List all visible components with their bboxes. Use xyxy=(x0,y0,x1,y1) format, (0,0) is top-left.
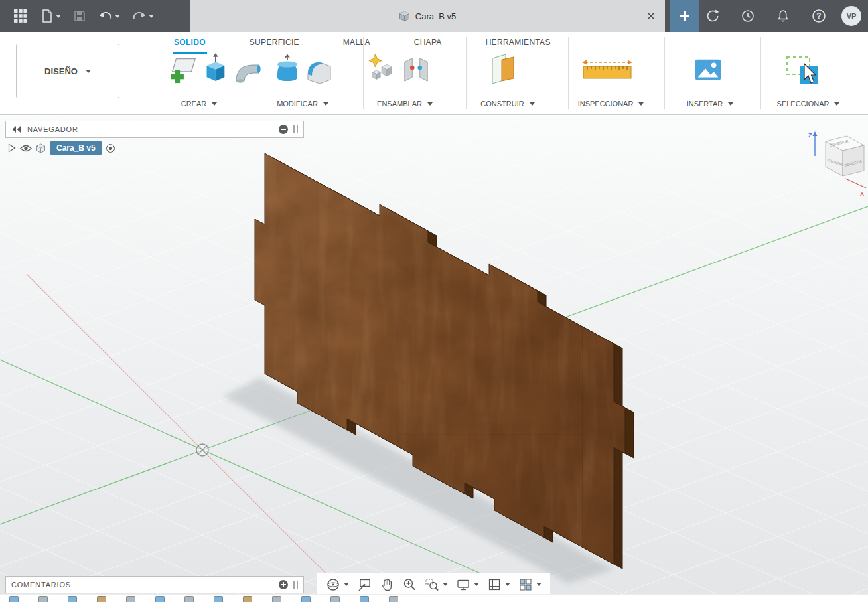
dropdown-caret-icon xyxy=(536,583,542,586)
group-label: SELECCIONAR xyxy=(777,100,830,108)
group-label: INSPECCIONAR xyxy=(578,100,634,108)
top-app-bar: Cara_B v5 ? VP xyxy=(0,0,868,32)
collapse-panel-icon[interactable] xyxy=(11,125,22,133)
fillet-icon xyxy=(304,56,334,85)
look-at-icon xyxy=(357,577,372,592)
timeline-feature-icon[interactable] xyxy=(97,596,106,602)
timeline-feature-icon[interactable] xyxy=(214,596,223,602)
comments-title: COMENTARIOS xyxy=(11,581,273,589)
view-cube[interactable]: Z X SUPERIOR FRONTAL DERECHA xyxy=(808,131,866,197)
zoom-icon xyxy=(402,577,417,592)
user-avatar[interactable]: VP xyxy=(841,6,861,26)
redo-button[interactable] xyxy=(126,0,160,32)
timeline-feature-icon[interactable] xyxy=(389,596,398,602)
ribbon-divider xyxy=(760,37,761,109)
component-cube-icon xyxy=(36,143,46,153)
dropdown-caret-icon xyxy=(443,583,448,586)
revolve-tool[interactable] xyxy=(234,60,263,89)
display-settings-tool[interactable] xyxy=(454,575,481,594)
tab-malla[interactable]: MALLA xyxy=(342,35,372,54)
group-inspeccionar[interactable]: INSPECCIONAR xyxy=(569,98,652,109)
app-grid-icon[interactable] xyxy=(7,0,35,32)
document-cube-icon xyxy=(399,11,410,22)
navigator-title: NAVEGADOR xyxy=(27,125,273,133)
group-seleccionar[interactable]: SELECCIONAR xyxy=(767,98,849,109)
dropdown-caret-icon xyxy=(834,102,839,106)
timeline-feature-icon[interactable] xyxy=(38,596,48,602)
orbit-tool[interactable] xyxy=(324,575,351,594)
panel-resize-grip[interactable] xyxy=(293,125,298,133)
document-tab[interactable]: Cara_B v5 xyxy=(190,0,665,32)
timeline-feature-icon[interactable] xyxy=(330,596,340,602)
expand-arrow-icon[interactable] xyxy=(8,143,16,153)
group-construir[interactable]: CONSTRUIR xyxy=(468,98,547,109)
look-at-tool[interactable] xyxy=(355,575,374,594)
timeline-feature-icon[interactable] xyxy=(184,596,194,602)
tab-superficie[interactable]: SUPERFICIE xyxy=(248,35,301,54)
ribbon-divider xyxy=(363,37,364,109)
notifications-button[interactable] xyxy=(770,0,796,32)
group-insertar[interactable]: INSERTAR xyxy=(670,98,750,109)
save-button[interactable] xyxy=(67,0,92,32)
timeline-feature-icon[interactable] xyxy=(360,596,369,602)
pan-tool[interactable] xyxy=(378,575,396,594)
group-ensamblar[interactable]: ENSAMBLAR xyxy=(365,98,445,109)
revolve-icon xyxy=(234,60,263,86)
timeline-feature-icon[interactable] xyxy=(301,596,311,602)
visibility-eye-icon[interactable] xyxy=(20,144,32,153)
panel-resize-grip[interactable] xyxy=(293,581,298,589)
navigator-root-item[interactable]: Cara_B v5 xyxy=(8,141,115,155)
group-label: CONSTRUIR xyxy=(480,100,524,108)
navigator-item-label[interactable]: Cara_B v5 xyxy=(50,141,102,155)
zoom-tool[interactable] xyxy=(400,575,419,594)
viewport-canvas[interactable]: Z X SUPERIOR FRONTAL DERECHA xyxy=(0,115,868,602)
workspace-label: DISEÑO xyxy=(44,66,78,76)
extensions-button[interactable] xyxy=(699,0,726,32)
dropdown-caret-icon xyxy=(212,102,217,106)
select-tool[interactable] xyxy=(784,53,819,88)
measure-ruler-icon xyxy=(581,58,633,81)
tab-herramientas[interactable]: HERRAMIENTAS xyxy=(484,35,552,54)
grid-settings-tool[interactable] xyxy=(485,575,512,594)
insert-image-tool[interactable] xyxy=(693,56,723,88)
timeline-strip[interactable] xyxy=(0,594,868,602)
new-component-tool[interactable] xyxy=(368,53,398,86)
select-cursor-icon xyxy=(784,53,819,85)
tab-chapa[interactable]: CHAPA xyxy=(413,35,443,54)
ribbon-toolbar: DISEÑO SOLIDO SUPERFICIE MALLA CHAPA HER… xyxy=(0,32,868,115)
activate-component-radio[interactable] xyxy=(106,144,115,153)
group-crear[interactable]: CREAR xyxy=(159,98,239,109)
origin-indicator[interactable] xyxy=(196,444,208,456)
collapse-navigator-button[interactable] xyxy=(279,125,288,134)
extrude-tool[interactable] xyxy=(199,50,230,86)
close-tab-icon[interactable] xyxy=(644,9,658,23)
group-label: CREAR xyxy=(181,100,207,108)
construction-plane-tool[interactable] xyxy=(487,52,519,88)
add-comment-button[interactable] xyxy=(279,580,288,589)
timeline-feature-icon[interactable] xyxy=(155,596,165,602)
viewports-tool[interactable] xyxy=(516,575,543,594)
dropdown-caret-icon xyxy=(323,102,328,106)
workspace-switcher[interactable]: DISEÑO xyxy=(16,44,119,98)
help-button[interactable]: ? xyxy=(805,0,833,32)
new-file-button[interactable] xyxy=(35,0,67,32)
timeline-feature-icon[interactable] xyxy=(272,596,281,602)
fillet-tool[interactable] xyxy=(304,56,334,88)
timeline-feature-icon[interactable] xyxy=(68,596,77,602)
measure-tool[interactable] xyxy=(581,58,633,84)
zoom-window-tool[interactable] xyxy=(423,575,450,594)
new-tab-button[interactable] xyxy=(670,0,699,32)
dropdown-caret-icon xyxy=(638,102,644,106)
timeline-feature-icon[interactable] xyxy=(9,596,19,602)
joint-tool[interactable] xyxy=(401,54,431,86)
create-sketch-tool[interactable] xyxy=(167,53,198,88)
undo-button[interactable] xyxy=(92,0,126,32)
timeline-feature-icon[interactable] xyxy=(126,596,135,602)
press-pull-tool[interactable] xyxy=(272,54,303,86)
x-axis-label: X xyxy=(860,190,864,197)
refresh-circle-icon xyxy=(705,9,720,23)
timeline-feature-icon[interactable] xyxy=(243,596,252,602)
dropdown-caret-icon xyxy=(427,102,433,106)
job-status-button[interactable] xyxy=(735,0,761,32)
group-modificar[interactable]: MODIFICAR xyxy=(263,98,342,109)
